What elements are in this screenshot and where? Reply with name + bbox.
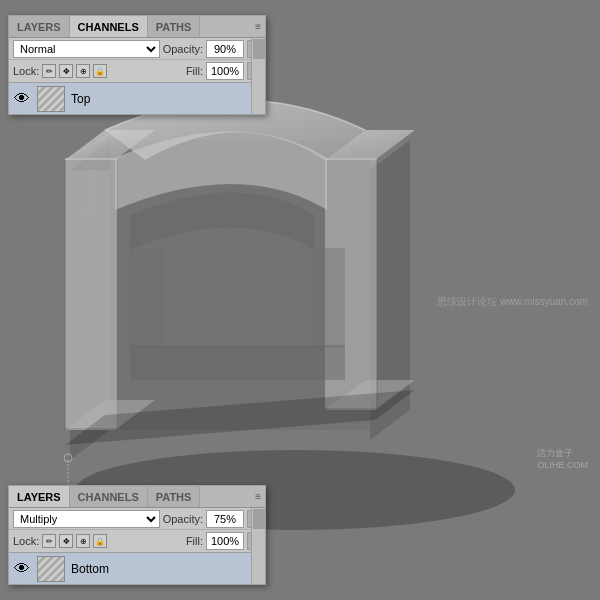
tab-layers-top[interactable]: LAYERS: [9, 16, 70, 37]
top-layer-thumbnail[interactable]: [37, 86, 65, 112]
panel-menu-icon-bottom[interactable]: ≡: [255, 491, 261, 502]
watermark: 思综设计论坛 www.missyuan.com: [437, 295, 588, 309]
top-lock-row: Lock: ✏ ✥ ⊕ 🔒 Fill: ▶: [9, 60, 265, 82]
svg-rect-11: [130, 345, 345, 380]
top-panel-tabs: LAYERS CHANNELS PATHS ≡: [9, 16, 265, 38]
tab-channels-top[interactable]: CHANNELS: [70, 16, 148, 37]
top-fill-input[interactable]: [206, 62, 244, 80]
top-lock-move[interactable]: ✥: [59, 64, 73, 78]
bottom-layer-thumbnail[interactable]: [37, 556, 65, 582]
bottom-layer-row: 👁 Bottom: [9, 552, 265, 584]
svg-rect-7: [65, 158, 117, 428]
bottom-panel-tabs: LAYERS CHANNELS PATHS ≡: [9, 486, 265, 508]
top-blend-row: Normal Opacity: ▶: [9, 38, 265, 60]
top-panel: LAYERS CHANNELS PATHS ≡ Normal Opacity: …: [8, 15, 266, 115]
canvas: 思综设计论坛 www.missyuan.com 活力盒子 OLIHE.COM L…: [0, 0, 600, 600]
svg-rect-9: [130, 248, 165, 348]
top-scrollbar-thumb[interactable]: [253, 39, 265, 59]
bottom-layer-name: Bottom: [71, 562, 109, 576]
bottom-opacity-label: Opacity:: [163, 513, 203, 525]
top-layer-row: 👁 Top: [9, 82, 265, 114]
bottom-layer-eye[interactable]: 👁: [13, 560, 31, 578]
tab-paths-top[interactable]: PATHS: [148, 16, 201, 37]
bottom-opacity-input[interactable]: [206, 510, 244, 528]
top-lock-pencil[interactable]: ✏: [42, 64, 56, 78]
bottom-lock-padlock[interactable]: 🔒: [93, 534, 107, 548]
top-opacity-label: Opacity:: [163, 43, 203, 55]
panel-menu-icon-top[interactable]: ≡: [255, 21, 261, 32]
bottom-panel: LAYERS CHANNELS PATHS ≡ Multiply Opacity…: [8, 485, 266, 585]
top-opacity-input[interactable]: [206, 40, 244, 58]
bottom-lock-label: Lock:: [13, 535, 39, 547]
tab-channels-bottom[interactable]: CHANNELS: [70, 486, 148, 507]
bottom-blend-select[interactable]: Multiply: [13, 510, 160, 528]
tab-layers-bottom[interactable]: LAYERS: [9, 486, 70, 507]
top-lock-padlock[interactable]: 🔒: [93, 64, 107, 78]
bottom-blend-row: Multiply Opacity: ▶: [9, 508, 265, 530]
top-blend-select[interactable]: Normal: [13, 40, 160, 58]
top-fill-label: Fill:: [186, 65, 203, 77]
top-layer-name: Top: [71, 92, 90, 106]
bottom-lock-chain[interactable]: ⊕: [76, 534, 90, 548]
bottom-fill-label: Fill:: [186, 535, 203, 547]
tab-paths-bottom[interactable]: PATHS: [148, 486, 201, 507]
top-layer-eye[interactable]: 👁: [13, 90, 31, 108]
bottom-lock-row: Lock: ✏ ✥ ⊕ 🔒 Fill: ▶: [9, 530, 265, 552]
bottom-fill-input[interactable]: [206, 532, 244, 550]
bottom-lock-move[interactable]: ✥: [59, 534, 73, 548]
bottom-lock-pencil[interactable]: ✏: [42, 534, 56, 548]
bottom-scrollbar-thumb[interactable]: [253, 509, 265, 529]
top-scrollbar[interactable]: [251, 38, 265, 114]
top-lock-label: Lock:: [13, 65, 39, 77]
bottom-scrollbar[interactable]: [251, 508, 265, 584]
svg-rect-10: [310, 248, 345, 348]
top-lock-chain[interactable]: ⊕: [76, 64, 90, 78]
watermark2: 活力盒子 OLIHE.COM: [537, 447, 588, 470]
